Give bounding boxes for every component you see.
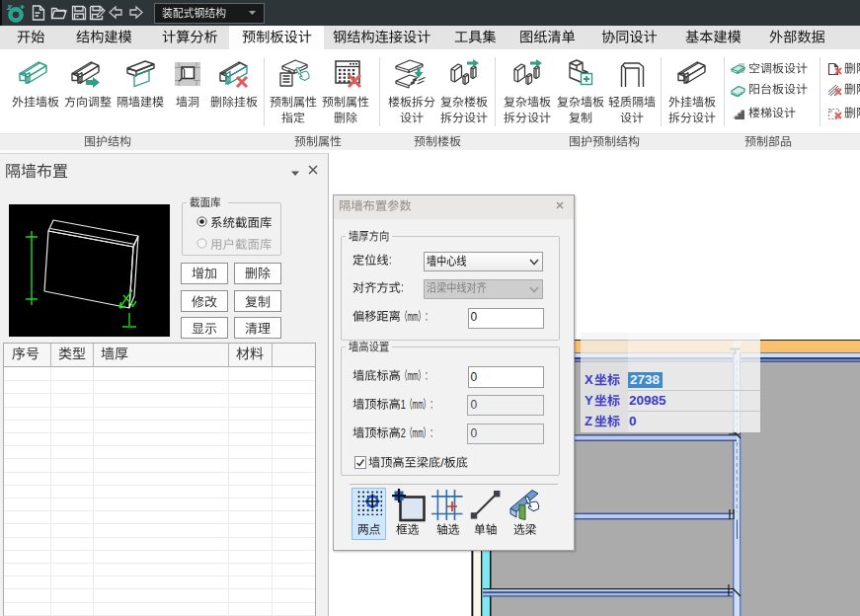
svg-text:m: m (418, 426, 424, 438)
svg-text:m: m (408, 369, 414, 381)
svg-text:m: m (418, 398, 424, 410)
svg-text:/: / (440, 456, 444, 468)
svg-text:m: m (413, 310, 419, 322)
svg-text:m: m (413, 426, 419, 438)
svg-text:m: m (413, 369, 419, 381)
svg-text:1: 1 (401, 398, 406, 410)
svg-text:m: m (408, 310, 414, 322)
svg-text:m: m (413, 398, 419, 410)
svg-text:2: 2 (401, 426, 406, 438)
